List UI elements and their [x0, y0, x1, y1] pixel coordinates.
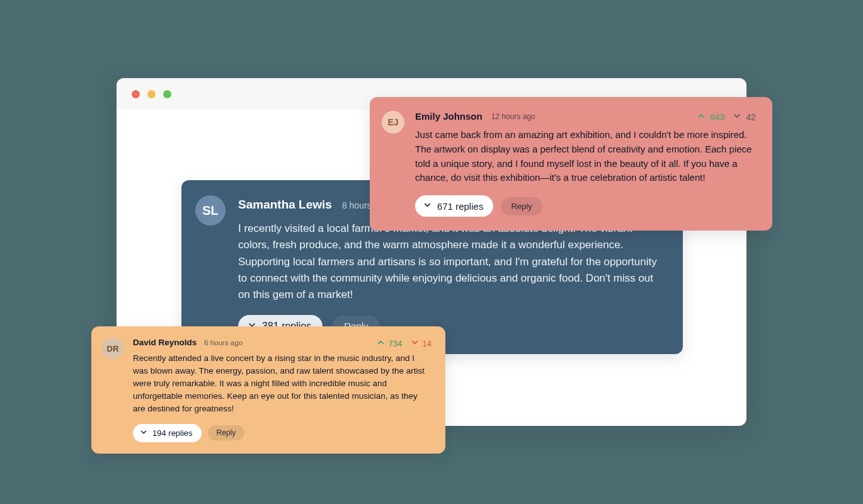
vote-controls: 943 42	[696, 111, 756, 123]
comment-actions: 194 replies Reply	[133, 424, 432, 442]
vote-controls: 734 14	[376, 338, 432, 349]
chevron-down-icon	[732, 111, 742, 123]
avatar[interactable]: SL	[195, 195, 226, 226]
chevron-down-icon	[423, 200, 432, 212]
comment-actions: 671 replies Reply	[415, 195, 756, 217]
replies-label: 671 replies	[437, 201, 483, 212]
upvote-count: 943	[710, 112, 724, 122]
downvote-count: 42	[746, 112, 756, 122]
replies-button[interactable]: 671 replies	[415, 195, 493, 217]
downvote-button[interactable]: 14	[410, 338, 432, 349]
comment-card-emily: EJ Emily Johnson 12 hours ago 943 42 Jus…	[370, 97, 772, 231]
reply-button[interactable]: Reply	[208, 425, 245, 440]
comment-header: Emily Johnson 12 hours ago 943 42	[415, 111, 756, 122]
comment-body: Recently attended a live concert by a ri…	[133, 352, 432, 415]
replies-button[interactable]: 194 replies	[133, 424, 202, 442]
timestamp: 6 hours ago	[204, 339, 243, 346]
window-minimize-icon[interactable]	[147, 90, 156, 98]
window-controls	[132, 90, 171, 98]
chevron-down-icon	[410, 338, 420, 349]
upvote-count: 734	[389, 339, 403, 348]
timestamp: 12 hours ago	[491, 112, 535, 121]
chevron-up-icon	[696, 111, 706, 123]
comment-body: Just came back from an amazing art exhib…	[415, 128, 756, 185]
comment-card-david: DR David Reynolds 6 hours ago 734 14 Rec…	[91, 326, 445, 454]
window-maximize-icon[interactable]	[163, 90, 171, 98]
reply-button[interactable]: Reply	[501, 197, 542, 215]
window-close-icon[interactable]	[132, 90, 140, 98]
avatar[interactable]: DR	[102, 338, 123, 359]
upvote-button[interactable]: 943	[696, 111, 724, 123]
chevron-down-icon	[139, 428, 148, 438]
downvote-button[interactable]: 42	[732, 111, 756, 123]
downvote-count: 14	[423, 339, 432, 348]
chevron-up-icon	[376, 338, 386, 349]
author-name[interactable]: David Reynolds	[133, 338, 197, 347]
upvote-button[interactable]: 734	[376, 338, 403, 349]
avatar[interactable]: EJ	[382, 111, 404, 134]
author-name[interactable]: Emily Johnson	[415, 111, 483, 122]
comment-header: David Reynolds 6 hours ago 734 14	[133, 338, 432, 347]
author-name[interactable]: Samantha Lewis	[238, 198, 332, 212]
replies-label: 194 replies	[152, 428, 193, 438]
comment-body: I recently visited a local farmer's mark…	[238, 220, 664, 304]
